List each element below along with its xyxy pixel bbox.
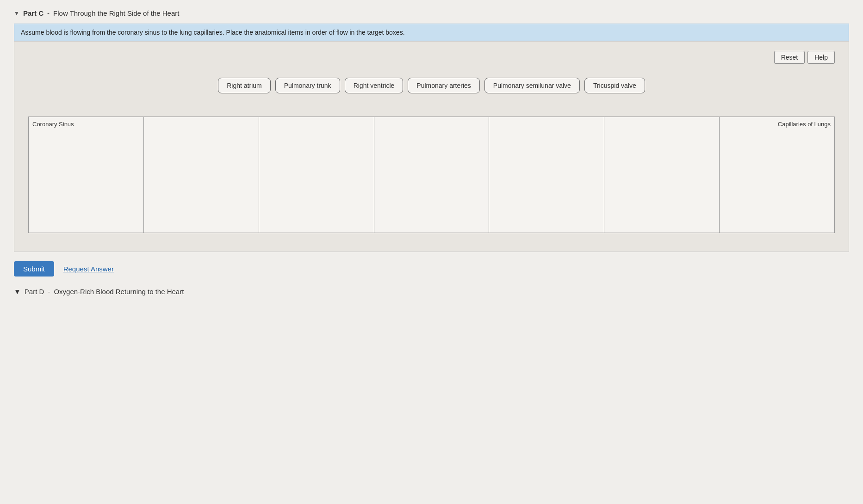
help-button[interactable]: Help — [807, 51, 835, 64]
part-d-title: Oxygen-Rich Blood Returning to the Heart — [54, 288, 184, 295]
drop-zone-capillaries-lungs[interactable]: Capillaries of Lungs — [720, 117, 834, 233]
top-right-buttons: Reset Help — [28, 51, 835, 64]
draggable-right-ventricle[interactable]: Right ventricle — [345, 78, 404, 93]
capillaries-lungs-label: Capillaries of Lungs — [778, 121, 831, 128]
request-answer-button[interactable]: Request Answer — [63, 265, 114, 273]
draggable-right-atrium[interactable]: Right atrium — [218, 78, 270, 93]
part-d-label: Part D — [25, 288, 44, 295]
draggable-pulmonary-trunk[interactable]: Pulmonary trunk — [275, 78, 340, 93]
submit-button[interactable]: Submit — [14, 261, 54, 277]
draggable-pulmonary-semilunar-valve[interactable]: Pulmonary semilunar valve — [484, 78, 580, 93]
draggable-tricuspid-valve[interactable]: Tricuspid valve — [584, 78, 645, 93]
drop-zone-2[interactable] — [144, 117, 259, 233]
instruction-text: Assume blood is flowing from the coronar… — [21, 29, 405, 36]
drop-zones-row: Coronary Sinus Capillaries of Lungs — [28, 117, 835, 233]
drop-zone-3[interactable] — [259, 117, 374, 233]
drop-zone-5[interactable] — [489, 117, 604, 233]
chevron-down-icon[interactable]: ▼ — [14, 10, 19, 17]
drop-zone-6[interactable] — [604, 117, 720, 233]
instruction-banner: Assume blood is flowing from the coronar… — [14, 24, 849, 41]
drop-zone-4[interactable] — [374, 117, 490, 233]
drop-zones-container: Coronary Sinus Capillaries of Lungs — [28, 117, 835, 233]
drop-zone-coronary-sinus[interactable]: Coronary Sinus — [29, 117, 144, 233]
reset-button[interactable]: Reset — [774, 51, 805, 64]
part-d-separator: - — [48, 288, 50, 295]
part-d-header: ▼ Part D - Oxygen-Rich Blood Returning t… — [14, 288, 849, 295]
page-container: ▼ Part C - Flow Through the Right Side o… — [0, 0, 863, 504]
bottom-actions: Submit Request Answer — [14, 261, 849, 277]
part-c-header: ▼ Part C - Flow Through the Right Side o… — [14, 9, 849, 17]
part-d-chevron-icon[interactable]: ▼ — [14, 288, 21, 295]
part-c-label: Part C — [23, 9, 43, 17]
part-c-separator: - — [47, 9, 50, 17]
coronary-sinus-label: Coronary Sinus — [32, 121, 74, 128]
draggable-items-container: Right atrium Pulmonary trunk Right ventr… — [28, 78, 835, 93]
activity-area: Reset Help Right atrium Pulmonary trunk … — [14, 41, 849, 252]
part-c-title: Flow Through the Right Side of the Heart — [53, 9, 179, 17]
draggable-pulmonary-arteries[interactable]: Pulmonary arteries — [408, 78, 480, 93]
